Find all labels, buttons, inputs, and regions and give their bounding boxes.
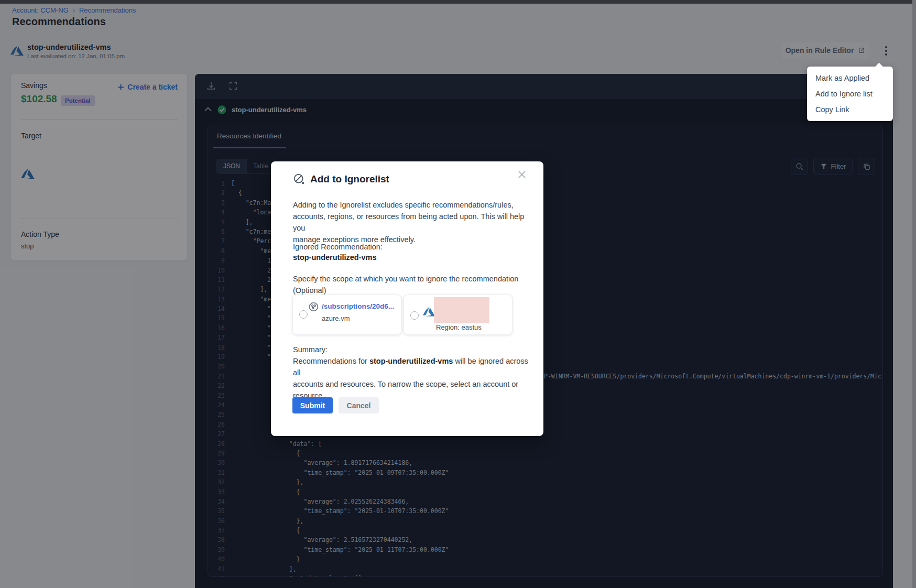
- menu-item-mark-as-applied[interactable]: Mark as Applied: [807, 70, 893, 86]
- ignored-recommendation-value: stop-underutilized-vms: [293, 253, 377, 262]
- modal-title: Add to Ignorelist: [310, 173, 389, 185]
- ignore-icon: [293, 173, 305, 185]
- modal-description: Adding to the Ignorelist excludes specif…: [293, 199, 528, 245]
- summary-label: Summary:: [293, 344, 328, 355]
- modal-header: Add to Ignorelist: [293, 173, 389, 185]
- subscription-resource-icon: [309, 302, 319, 312]
- page: Account: CCM-NG › Recommendations Recomm…: [0, 0, 916, 588]
- menu-item-copy-link[interactable]: Copy Link: [807, 102, 893, 117]
- scope-label: Specify the scope at which you want to i…: [293, 273, 528, 296]
- submit-button[interactable]: Submit: [292, 397, 333, 413]
- resource-type-label: azure.vm: [322, 314, 350, 322]
- ignored-recommendation-label: Ignored Recommendation:: [293, 241, 383, 253]
- summary-rule-name: stop-underutilized-vms: [369, 357, 453, 365]
- resource-subscription-link[interactable]: /subscriptions/20d6...: [322, 302, 394, 310]
- kebab-menu: Mark as AppliedAdd to Ignore listCopy Li…: [807, 67, 893, 121]
- account-region-label: Region: eastus: [436, 323, 482, 331]
- resource-radio[interactable]: [299, 310, 308, 319]
- scope-option-account[interactable]: Region: eastus: [404, 295, 512, 335]
- add-to-ignorelist-modal: Add to Ignorelist Adding to the Ignoreli…: [271, 161, 543, 436]
- account-name-redaction: [434, 297, 489, 323]
- scope-option-resource[interactable]: /subscriptions/20d6... azure.vm: [292, 295, 401, 335]
- close-icon[interactable]: [515, 168, 529, 181]
- menu-item-add-to-ignore-list[interactable]: Add to Ignore list: [807, 86, 893, 102]
- cancel-button[interactable]: Cancel: [339, 397, 379, 413]
- account-radio[interactable]: [410, 311, 419, 320]
- account-azure-icon: [423, 306, 435, 318]
